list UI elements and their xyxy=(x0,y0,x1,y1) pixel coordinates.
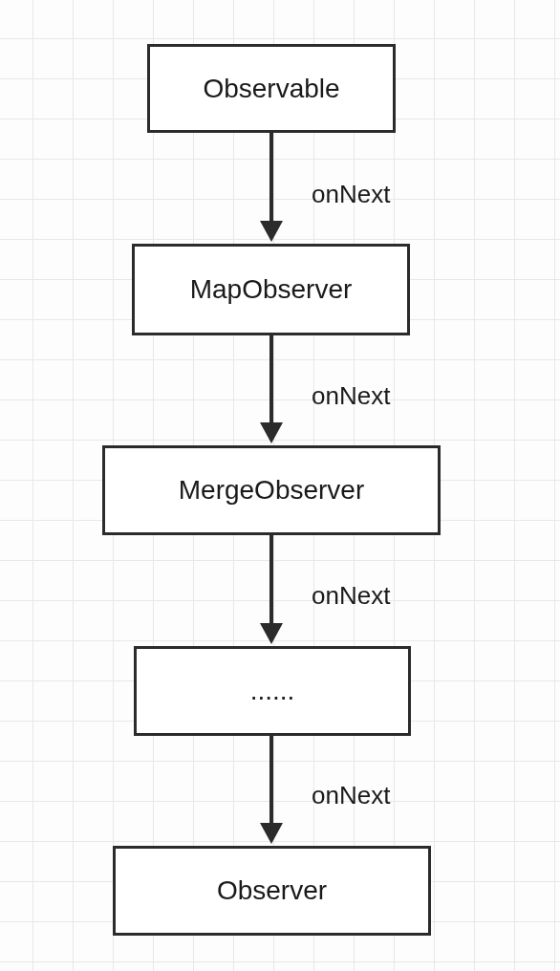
flowchart: Observable onNext MapObserver onNext Mer… xyxy=(0,0,560,971)
edge-label: onNext xyxy=(312,381,390,411)
edge-label: onNext xyxy=(312,781,390,810)
edge-label: onNext xyxy=(312,581,390,611)
arrow xyxy=(260,736,283,844)
node-label: Observable xyxy=(203,74,339,104)
node-label: MapObserver xyxy=(190,274,353,305)
node-observable: Observable xyxy=(147,44,396,133)
node-observer: Observer xyxy=(113,846,431,936)
node-label: ...... xyxy=(250,676,295,706)
arrow xyxy=(260,133,283,242)
node-label: MergeObserver xyxy=(179,475,365,506)
arrow xyxy=(260,335,283,443)
node-ellipsis: ...... xyxy=(134,646,411,736)
node-mergeobserver: MergeObserver xyxy=(102,445,441,535)
edge-label: onNext xyxy=(312,180,390,209)
node-mapobserver: MapObserver xyxy=(132,244,410,335)
arrow xyxy=(260,535,283,644)
node-label: Observer xyxy=(217,875,327,906)
